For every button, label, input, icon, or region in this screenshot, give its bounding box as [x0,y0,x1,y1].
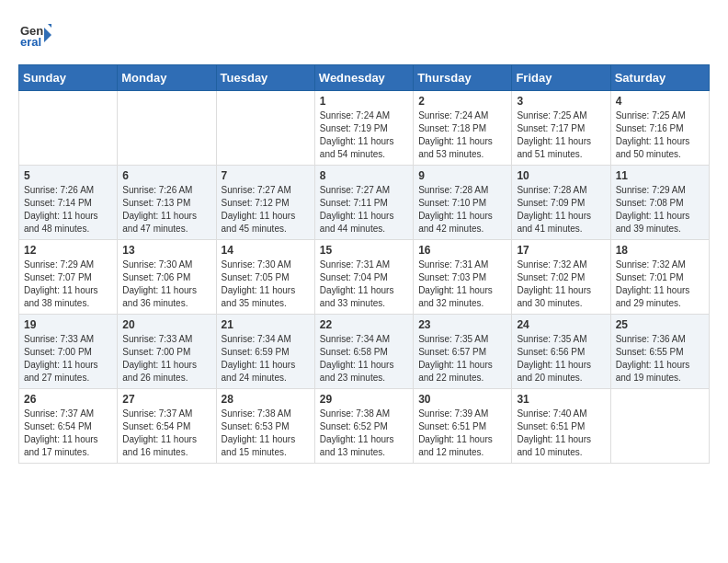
column-header-sunday: Sunday [19,65,118,91]
day-number: 4 [616,95,704,108]
day-number: 19 [24,318,112,331]
day-cell: 14Sunrise: 7:30 AMSunset: 7:05 PMDayligh… [216,240,314,315]
day-cell: 19Sunrise: 7:33 AMSunset: 7:00 PMDayligh… [19,315,118,389]
day-info: Sunrise: 7:31 AMSunset: 7:03 PMDaylight:… [418,259,506,310]
day-info: Sunrise: 7:29 AMSunset: 7:07 PMDaylight:… [24,259,112,310]
day-number: 2 [418,95,506,108]
day-info: Sunrise: 7:25 AMSunset: 7:17 PMDaylight:… [517,109,605,161]
day-number: 7 [222,169,310,182]
page-header: Gen eral [18,18,710,55]
day-number: 27 [122,393,210,406]
day-number: 5 [24,169,112,182]
day-cell: 12Sunrise: 7:29 AMSunset: 7:07 PMDayligh… [19,240,118,315]
day-cell: 5Sunrise: 7:26 AMSunset: 7:14 PMDaylight… [19,166,118,240]
day-info: Sunrise: 7:37 AMSunset: 6:54 PMDaylight:… [122,408,210,459]
day-info: Sunrise: 7:30 AMSunset: 7:06 PMDaylight:… [122,259,210,310]
day-info: Sunrise: 7:33 AMSunset: 7:00 PMDaylight:… [24,333,112,385]
week-row-4: 19Sunrise: 7:33 AMSunset: 7:00 PMDayligh… [19,315,710,389]
day-info: Sunrise: 7:34 AMSunset: 6:58 PMDaylight:… [320,333,408,385]
day-cell: 25Sunrise: 7:36 AMSunset: 6:55 PMDayligh… [610,315,709,389]
day-info: Sunrise: 7:33 AMSunset: 7:00 PMDaylight:… [122,333,210,385]
day-info: Sunrise: 7:24 AMSunset: 7:19 PMDaylight:… [320,109,408,161]
column-header-tuesday: Tuesday [216,65,314,91]
day-cell: 17Sunrise: 7:32 AMSunset: 7:02 PMDayligh… [512,240,610,315]
day-cell: 31Sunrise: 7:40 AMSunset: 6:51 PMDayligh… [512,389,610,464]
day-number: 15 [320,244,408,257]
day-info: Sunrise: 7:38 AMSunset: 6:52 PMDaylight:… [320,408,408,459]
day-number: 26 [24,393,112,406]
day-cell: 13Sunrise: 7:30 AMSunset: 7:06 PMDayligh… [118,240,216,315]
day-info: Sunrise: 7:37 AMSunset: 6:54 PMDaylight:… [24,408,112,459]
day-cell: 27Sunrise: 7:37 AMSunset: 6:54 PMDayligh… [118,389,216,464]
column-header-saturday: Saturday [610,65,709,91]
day-cell: 23Sunrise: 7:35 AMSunset: 6:57 PMDayligh… [414,315,512,389]
day-number: 29 [320,393,408,406]
day-info: Sunrise: 7:27 AMSunset: 7:11 PMDaylight:… [320,184,408,236]
column-header-wednesday: Wednesday [314,65,413,91]
day-cell: 9Sunrise: 7:28 AMSunset: 7:10 PMDaylight… [414,166,512,240]
day-info: Sunrise: 7:38 AMSunset: 6:53 PMDaylight:… [222,408,310,459]
day-number: 11 [616,169,704,182]
day-number: 25 [616,318,704,331]
day-cell: 21Sunrise: 7:34 AMSunset: 6:59 PMDayligh… [216,315,314,389]
day-cell: 3Sunrise: 7:25 AMSunset: 7:17 PMDaylight… [512,91,610,166]
week-row-1: 1Sunrise: 7:24 AMSunset: 7:19 PMDaylight… [19,91,710,166]
week-row-5: 26Sunrise: 7:37 AMSunset: 6:54 PMDayligh… [19,389,710,464]
day-cell: 29Sunrise: 7:38 AMSunset: 6:52 PMDayligh… [314,389,413,464]
day-cell: 30Sunrise: 7:39 AMSunset: 6:51 PMDayligh… [414,389,512,464]
day-number: 17 [517,244,605,257]
day-cell [610,389,709,464]
day-cell: 2Sunrise: 7:24 AMSunset: 7:18 PMDaylight… [414,91,512,166]
day-number: 23 [418,318,506,331]
day-cell: 20Sunrise: 7:33 AMSunset: 7:00 PMDayligh… [118,315,216,389]
day-cell: 10Sunrise: 7:28 AMSunset: 7:09 PMDayligh… [512,166,610,240]
day-cell: 18Sunrise: 7:32 AMSunset: 7:01 PMDayligh… [610,240,709,315]
day-cell: 28Sunrise: 7:38 AMSunset: 6:53 PMDayligh… [216,389,314,464]
day-cell: 16Sunrise: 7:31 AMSunset: 7:03 PMDayligh… [414,240,512,315]
day-cell [19,91,118,166]
logo-icon: Gen eral [18,18,51,55]
day-info: Sunrise: 7:32 AMSunset: 7:01 PMDaylight:… [616,259,704,310]
day-info: Sunrise: 7:35 AMSunset: 6:56 PMDaylight:… [517,333,605,385]
day-info: Sunrise: 7:36 AMSunset: 6:55 PMDaylight:… [616,333,704,385]
day-cell [216,91,314,166]
day-number: 30 [418,393,506,406]
day-info: Sunrise: 7:30 AMSunset: 7:05 PMDaylight:… [222,259,310,310]
day-info: Sunrise: 7:34 AMSunset: 6:59 PMDaylight:… [222,333,310,385]
day-cell: 11Sunrise: 7:29 AMSunset: 7:08 PMDayligh… [610,166,709,240]
column-header-thursday: Thursday [414,65,512,91]
day-number: 10 [517,169,605,182]
day-info: Sunrise: 7:31 AMSunset: 7:04 PMDaylight:… [320,259,408,310]
day-info: Sunrise: 7:39 AMSunset: 6:51 PMDaylight:… [418,408,506,459]
day-cell: 22Sunrise: 7:34 AMSunset: 6:58 PMDayligh… [314,315,413,389]
day-cell: 8Sunrise: 7:27 AMSunset: 7:11 PMDaylight… [314,166,413,240]
day-number: 24 [517,318,605,331]
day-info: Sunrise: 7:26 AMSunset: 7:13 PMDaylight:… [122,184,210,236]
week-row-3: 12Sunrise: 7:29 AMSunset: 7:07 PMDayligh… [19,240,710,315]
day-number: 3 [517,95,605,108]
day-info: Sunrise: 7:32 AMSunset: 7:02 PMDaylight:… [517,259,605,310]
day-info: Sunrise: 7:28 AMSunset: 7:10 PMDaylight:… [418,184,506,236]
day-number: 8 [320,169,408,182]
day-info: Sunrise: 7:28 AMSunset: 7:09 PMDaylight:… [517,184,605,236]
day-info: Sunrise: 7:26 AMSunset: 7:14 PMDaylight:… [24,184,112,236]
day-cell: 15Sunrise: 7:31 AMSunset: 7:04 PMDayligh… [314,240,413,315]
day-cell: 7Sunrise: 7:27 AMSunset: 7:12 PMDaylight… [216,166,314,240]
header-row: SundayMondayTuesdayWednesdayThursdayFrid… [19,65,710,91]
calendar-table: SundayMondayTuesdayWednesdayThursdayFrid… [18,64,710,464]
day-cell: 24Sunrise: 7:35 AMSunset: 6:56 PMDayligh… [512,315,610,389]
day-cell: 1Sunrise: 7:24 AMSunset: 7:19 PMDaylight… [314,91,413,166]
day-number: 16 [418,244,506,257]
day-number: 14 [222,244,310,257]
logo: Gen eral [18,18,55,55]
day-cell: 4Sunrise: 7:25 AMSunset: 7:16 PMDaylight… [610,91,709,166]
day-number: 28 [222,393,310,406]
column-header-friday: Friday [512,65,610,91]
day-number: 20 [122,318,210,331]
day-number: 13 [122,244,210,257]
day-cell [118,91,216,166]
day-cell: 26Sunrise: 7:37 AMSunset: 6:54 PMDayligh… [19,389,118,464]
day-number: 1 [320,95,408,108]
day-number: 6 [122,169,210,182]
day-info: Sunrise: 7:27 AMSunset: 7:12 PMDaylight:… [222,184,310,236]
